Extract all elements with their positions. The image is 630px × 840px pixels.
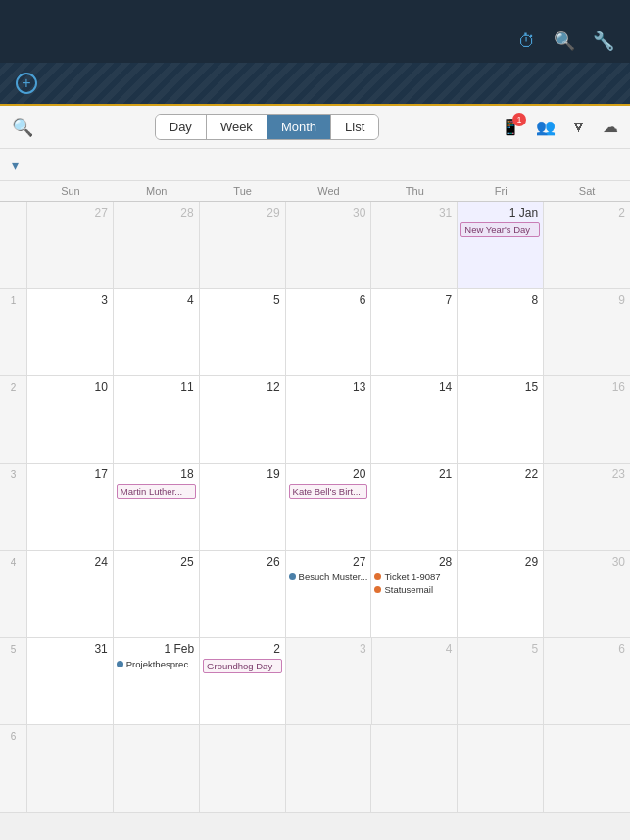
day-cell-w3-d5[interactable]: 22 <box>458 464 544 550</box>
day-cell-w2-d0[interactable]: 10 <box>27 376 114 463</box>
filter-icon[interactable]: ⛛ <box>571 119 587 136</box>
day-cell-w6-d6[interactable] <box>544 725 630 812</box>
day-cell-w6-d0[interactable] <box>27 725 114 812</box>
day-cell-w0-d5[interactable]: 1 JanNew Year's Day <box>458 202 544 288</box>
day-cell-w3-d2[interactable]: 19 <box>200 464 286 550</box>
day-cell-w4-d2[interactable]: 26 <box>200 551 286 637</box>
week-row-0: 27282930311 JanNew Year's Day2 <box>0 202 630 289</box>
day-num-w0-d6: 2 <box>547 205 627 221</box>
day-num-w4-d6: 30 <box>547 554 627 569</box>
event-birthday-w3-d3-0[interactable]: Kate Bell's Birt... <box>289 484 368 499</box>
tab-day[interactable]: Day <box>156 115 207 139</box>
event-label-w5-d1-0: Projektbesprec... <box>126 659 196 669</box>
clock-icon[interactable]: ⏱ <box>518 31 536 52</box>
day-num-w2-d0: 10 <box>30 379 110 395</box>
day-cell-w3-d4[interactable]: 21 <box>371 464 458 550</box>
day-num-w1-d1: 4 <box>117 292 196 308</box>
day-cell-w2-d2[interactable]: 12 <box>200 376 286 463</box>
thu-header: Thu <box>371 181 458 201</box>
day-num-w0-d4: 31 <box>374 205 454 221</box>
day-cell-w0-d2[interactable]: 29 <box>200 202 286 288</box>
search-button[interactable]: 🔍 <box>12 117 33 138</box>
day-cell-w5-d6[interactable]: 6 <box>544 638 630 724</box>
cw-num-4: 4 <box>0 551 27 637</box>
day-cell-w1-d1[interactable]: 4 <box>114 289 200 375</box>
day-cell-w2-d4[interactable]: 14 <box>371 376 458 463</box>
day-cell-w6-d5[interactable] <box>458 725 544 812</box>
tab-week[interactable]: Week <box>207 115 267 139</box>
day-cell-w3-d0[interactable]: 17 <box>27 464 114 550</box>
day-cell-w4-d3[interactable]: 27Besuch Muster... <box>286 551 372 637</box>
tab-month[interactable]: Month <box>267 115 331 139</box>
day-cell-w1-d4[interactable]: 7 <box>371 289 458 375</box>
day-cell-w6-d1[interactable] <box>114 725 200 812</box>
day-num-w4-d0: 24 <box>30 554 110 569</box>
day-cell-w3-d1[interactable]: 18Martin Luther... <box>114 464 200 550</box>
day-cell-w4-d5[interactable]: 29 <box>458 551 544 637</box>
event-label-w4-d3-0: Besuch Muster... <box>299 571 368 582</box>
day-cell-w6-d2[interactable] <box>200 725 286 812</box>
contacts-icon[interactable]: 👥 <box>536 118 556 136</box>
new-activity-button[interactable]: + <box>16 73 43 94</box>
day-cell-w3-d3[interactable]: 20Kate Bell's Birt... <box>286 464 372 550</box>
day-cell-w3-d6[interactable]: 23 <box>544 464 630 550</box>
day-cell-w0-d1[interactable]: 28 <box>114 202 200 288</box>
day-num-w3-d0: 17 <box>30 467 110 482</box>
day-num-w1-d5: 8 <box>460 292 540 308</box>
day-num-w3-d3: 20 <box>289 467 368 482</box>
day-num-w2-d2: 12 <box>203 379 282 395</box>
nav-bar: ⏱ 🔍 🔧 <box>0 20 630 63</box>
day-cell-w2-d5[interactable]: 15 <box>458 376 544 463</box>
day-cell-w6-d3[interactable] <box>286 725 372 812</box>
month-header: ▾ <box>0 149 630 181</box>
mobile-badge: 1 <box>512 113 526 126</box>
day-cell-w1-d6[interactable]: 9 <box>544 289 630 375</box>
day-cell-w5-d4[interactable]: 4 <box>372 638 459 724</box>
event-dot-w4-d3-0[interactable]: Besuch Muster... <box>289 571 368 582</box>
event-holiday-w5-d2-0[interactable]: Groundhog Day <box>203 659 282 673</box>
event-label-w4-d4-0: Ticket 1-9087 <box>384 571 440 582</box>
day-cell-w2-d6[interactable]: 16 <box>544 376 630 463</box>
wrench-icon[interactable]: 🔧 <box>593 30 614 52</box>
day-cell-w1-d5[interactable]: 8 <box>458 289 544 375</box>
day-cell-w4-d4[interactable]: 28Ticket 1-9087Statusemail <box>371 551 458 637</box>
day-cell-w0-d4[interactable]: 31 <box>371 202 458 288</box>
day-num-w0-d2: 29 <box>203 205 282 221</box>
event-dot-w5-d1-0[interactable]: Projektbesprec... <box>117 659 196 669</box>
cw-num-0 <box>0 202 27 288</box>
day-cell-w0-d0[interactable]: 27 <box>27 202 114 288</box>
day-cell-w4-d1[interactable]: 25 <box>114 551 200 637</box>
day-cell-w1-d3[interactable]: 6 <box>286 289 372 375</box>
day-cell-w5-d1[interactable]: 1 FebProjektbesprec... <box>114 638 200 724</box>
cw-num-2: 2 <box>0 376 27 463</box>
day-cell-w0-d6[interactable]: 2 <box>544 202 630 288</box>
day-cell-w6-d4[interactable] <box>371 725 458 812</box>
day-num-w2-d3: 13 <box>289 379 368 395</box>
month-arrow-icon[interactable]: ▾ <box>12 157 19 173</box>
day-num-w4-d5: 29 <box>460 554 540 569</box>
day-cell-w5-d2[interactable]: 2Groundhog Day <box>200 638 286 724</box>
day-cell-w1-d2[interactable]: 5 <box>200 289 286 375</box>
day-cell-w0-d3[interactable]: 30 <box>286 202 372 288</box>
cw-num-3: 3 <box>0 464 27 550</box>
toolbar: + <box>0 63 630 106</box>
day-cell-w4-d6[interactable]: 30 <box>544 551 630 637</box>
right-icons: 📱 1 👥 ⛛ ☁ <box>501 118 618 136</box>
day-cell-w1-d0[interactable]: 3 <box>27 289 114 375</box>
event-dot-w4-d4-1[interactable]: Statusemail <box>374 584 454 595</box>
day-cell-w2-d3[interactable]: 13 <box>286 376 372 463</box>
day-cell-w4-d0[interactable]: 24 <box>27 551 114 637</box>
day-cell-w2-d1[interactable]: 11 <box>114 376 200 463</box>
tab-list[interactable]: List <box>331 115 378 139</box>
event-dot-w4-d4-0[interactable]: Ticket 1-9087 <box>374 571 454 582</box>
day-num-w1-d6: 9 <box>547 292 627 308</box>
event-holiday-w3-d1-0[interactable]: Martin Luther... <box>117 484 196 499</box>
search-icon[interactable]: 🔍 <box>554 30 575 52</box>
day-cell-w5-d5[interactable]: 5 <box>458 638 544 724</box>
event-holiday-w0-d5-0[interactable]: New Year's Day <box>460 222 540 237</box>
day-cell-w5-d3[interactable]: 3 <box>286 638 372 724</box>
calendar-body: 27282930311 JanNew Year's Day21345678921… <box>0 202 630 813</box>
mobile-icon[interactable]: 📱 1 <box>501 118 520 136</box>
day-cell-w5-d0[interactable]: 31 <box>27 638 114 724</box>
cloud-icon[interactable]: ☁ <box>603 118 618 136</box>
